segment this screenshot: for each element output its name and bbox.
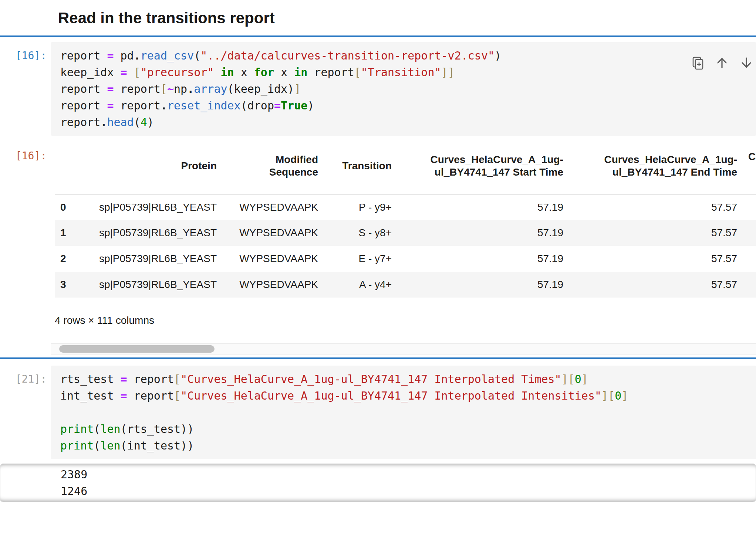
- code-editor[interactable]: rts_test = report["Curves_HelaCurve_A_1u…: [51, 366, 756, 459]
- table-cell: A - y4+: [318, 272, 392, 298]
- code-line: print(len(int_test)): [60, 437, 756, 454]
- row-index: 3: [55, 272, 70, 298]
- stream-output-lines: 23891246: [61, 466, 756, 499]
- cell-divider-line: [0, 35, 756, 37]
- table-cell: 57.57: [563, 246, 737, 272]
- table-cell: WYPSEDVAAPK: [217, 272, 318, 298]
- move-cell-up-icon[interactable]: [715, 55, 729, 70]
- table-cell: sp|P05739|RL6B_YEAST: [70, 220, 217, 246]
- code-line: report.head(4): [60, 114, 756, 130]
- code-cell-16: [16]: report = pd.read_: [0, 42, 756, 136]
- table-cell: [737, 246, 756, 272]
- table-cell: WYPSEDVAAPK: [217, 194, 318, 220]
- table-cell: 57.57: [563, 194, 737, 220]
- code-cell-21: [21]: rts_test = report["Curves_HelaCurv…: [0, 366, 756, 459]
- table-row: 0sp|P05739|RL6B_YEASTWYPSEDVAAPKP - y9+5…: [55, 194, 756, 220]
- horizontal-scrollbar-track[interactable]: [51, 343, 756, 354]
- row-index: 1: [55, 220, 70, 246]
- dataframe-shape-label: 4 rows × 111 columns: [55, 315, 756, 326]
- table-cell: WYPSEDVAAPK: [217, 220, 318, 246]
- table-cell: sp|P05739|RL6B_YEAST: [70, 246, 217, 272]
- input-prompt: [21]:: [0, 366, 51, 386]
- dataframe-body: 0sp|P05739|RL6B_YEASTWYPSEDVAAPKP - y9+5…: [55, 194, 756, 298]
- code-line: report = report.reset_index(drop=True): [60, 97, 756, 114]
- horizontal-scrollbar-thumb[interactable]: [59, 345, 215, 353]
- table-row: 3sp|P05739|RL6B_YEASTWYPSEDVAAPKA - y4+5…: [55, 272, 756, 298]
- table-cell: 57.57: [563, 220, 737, 246]
- code-line: report = pd.read_csv("../data/calcurves-…: [60, 47, 756, 64]
- cell-divider-line: [0, 357, 756, 359]
- code-line: [60, 404, 756, 421]
- output-area-16: [16]: ProteinModified SequenceTransition…: [0, 147, 756, 354]
- column-header-truncated: C: [737, 147, 756, 194]
- table-row: 1sp|P05739|RL6B_YEASTWYPSEDVAAPKS - y8+5…: [55, 220, 756, 246]
- code-line: keep_idx = ["precursor" in x for x in re…: [60, 64, 756, 81]
- column-header: [55, 147, 70, 194]
- input-prompt: [16]:: [0, 42, 51, 63]
- table-cell: 57.19: [392, 220, 563, 246]
- table-cell: [737, 272, 756, 298]
- dataframe-table: ProteinModified SequenceTransitionCurves…: [55, 147, 756, 298]
- column-header: Protein: [70, 147, 217, 194]
- column-header: Curves_HelaCurve_A_1ug-ul_BY4741_147 Sta…: [392, 147, 563, 194]
- table-cell: sp|P05739|RL6B_YEAST: [70, 272, 217, 298]
- table-cell: sp|P05739|RL6B_YEAST: [70, 194, 217, 220]
- table-cell: [737, 194, 756, 220]
- table-cell: WYPSEDVAAPK: [217, 246, 318, 272]
- dataframe-output: ProteinModified SequenceTransitionCurves…: [51, 147, 756, 354]
- duplicate-cell-icon[interactable]: [690, 55, 705, 70]
- stream-output[interactable]: 23891246: [0, 464, 756, 502]
- row-index: 2: [55, 246, 70, 272]
- code-line: rts_test = report["Curves_HelaCurve_A_1u…: [60, 371, 756, 387]
- code-line: int_test = report["Curves_HelaCurve_A_1u…: [60, 387, 756, 404]
- stream-text-line: 1246: [61, 483, 756, 499]
- table-cell: 57.19: [392, 272, 563, 298]
- table-cell: [737, 220, 756, 246]
- code-line: print(len(rts_test)): [60, 421, 756, 437]
- code-line: report = report[~np.array(keep_idx)]: [60, 81, 756, 97]
- cell-toolbar: [690, 55, 754, 70]
- column-header: Curves_HelaCurve_A_1ug-ul_BY4741_147 End…: [563, 147, 737, 194]
- table-cell: 57.19: [392, 194, 563, 220]
- row-index: 0: [55, 194, 70, 220]
- table-cell: S - y8+: [318, 220, 392, 246]
- code-editor[interactable]: report = pd.read_csv("../data/calcurves-…: [51, 42, 756, 136]
- table-cell: 57.57: [563, 272, 737, 298]
- table-cell: E - y7+: [318, 246, 392, 272]
- table-cell: 57.19: [392, 246, 563, 272]
- move-cell-down-icon[interactable]: [739, 55, 754, 70]
- page-title: Read in the transitions report: [58, 10, 756, 27]
- output-prompt: [16]:: [0, 147, 51, 163]
- table-cell: P - y9+: [318, 194, 392, 220]
- table-row: 2sp|P05739|RL6B_YEASTWYPSEDVAAPKE - y7+5…: [55, 246, 756, 272]
- dataframe-header: ProteinModified SequenceTransitionCurves…: [55, 147, 756, 194]
- column-header: Transition: [318, 147, 392, 194]
- stream-text-line: 2389: [61, 466, 756, 483]
- column-header: Modified Sequence: [217, 147, 318, 194]
- markdown-cell: Read in the transitions report: [0, 0, 756, 35]
